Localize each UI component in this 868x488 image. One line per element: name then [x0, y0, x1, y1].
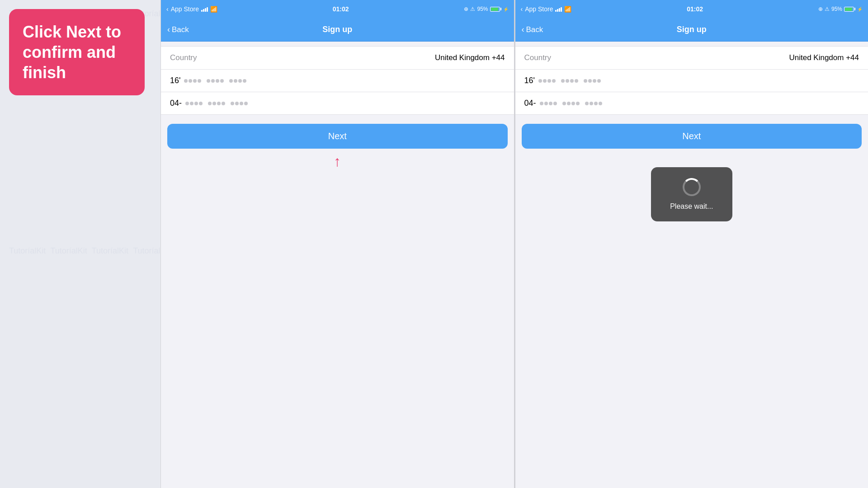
field1-right[interactable]: 16': [515, 70, 868, 92]
wifi-icon-left: 📶: [210, 6, 217, 13]
field2-left[interactable]: 04-: [161, 92, 514, 115]
dot: [570, 79, 574, 83]
time-right: 01:02: [687, 5, 703, 13]
dot: [571, 102, 575, 105]
back-chevron-icon-right: ‹: [522, 25, 524, 34]
signal-bars-left: [201, 6, 208, 12]
spinner-icon: [683, 178, 701, 196]
dot: [553, 102, 557, 105]
dot: [235, 102, 239, 105]
field2-prefix-left: 04-: [170, 99, 182, 108]
field2-right[interactable]: 04-: [515, 92, 868, 115]
dot: [199, 102, 203, 105]
battery-icon-left: [490, 7, 501, 12]
country-value-left: United Kingdom +44: [435, 53, 505, 62]
field1-dots-right: [538, 79, 601, 83]
instruction-box: Click Next to confirm and finish: [9, 9, 145, 95]
back-label-left: Back: [172, 25, 189, 34]
next-button-left[interactable]: Next: [167, 124, 508, 149]
dot: [194, 102, 198, 105]
dot-sep: [203, 79, 205, 83]
country-row-right: Country United Kingdom +44: [515, 46, 868, 70]
battery-pct-right: 95%: [831, 6, 842, 12]
location-icon-right: ⊕: [818, 6, 823, 12]
dot: [238, 79, 242, 83]
status-bar-left-section: ‹ App Store 📶: [166, 5, 217, 13]
dot: [547, 79, 551, 83]
field2-prefix-right: 04-: [524, 99, 536, 108]
dot: [212, 102, 216, 105]
field1-prefix-left: 16': [170, 76, 180, 85]
wifi-icon-right: 📶: [564, 6, 571, 13]
signal-bar-3: [205, 8, 206, 12]
country-value-right: United Kingdom +44: [789, 53, 859, 62]
signal-bar-r2: [557, 9, 558, 12]
phone-right: ‹ App Store 📶 01:02 ⊕ ⚠ 95%: [515, 0, 868, 488]
dot-sep: [225, 79, 228, 83]
dot-sep: [580, 79, 582, 83]
dot: [588, 79, 592, 83]
signal-bar-1: [201, 10, 203, 12]
loading-text: Please wait...: [670, 202, 713, 211]
signal-bar-r4: [561, 7, 562, 12]
alarm-icon-left: ⚠: [470, 6, 475, 12]
battery-pct-left: 95%: [477, 6, 488, 12]
dot: [189, 79, 192, 83]
dot: [198, 79, 201, 83]
field2-dots-left: [185, 102, 248, 105]
arrow-indicator: ↑: [161, 154, 514, 169]
dot: [207, 79, 210, 83]
dot: [585, 102, 589, 105]
back-button-left[interactable]: ‹ Back: [167, 25, 189, 34]
dot: [185, 102, 189, 105]
signal-bar-r1: [555, 10, 557, 12]
dot: [552, 79, 556, 83]
dot: [184, 79, 188, 83]
app-store-label-right: App Store: [525, 5, 553, 13]
nav-title-right: Sign up: [677, 25, 707, 34]
app-store-chevron-icon-right: ‹: [521, 5, 523, 13]
dot: [216, 79, 219, 83]
dot: [234, 79, 237, 83]
back-label-right: Back: [526, 25, 543, 34]
up-arrow-icon: ↑: [334, 154, 341, 169]
charging-icon-left: ⚡: [503, 7, 509, 12]
status-bar-right-section-left: ⊕ ⚠ 95% ⚡: [464, 6, 508, 12]
dot: [217, 102, 221, 105]
dot: [538, 79, 542, 83]
status-bar-right-left-section: ‹ App Store 📶: [521, 5, 572, 13]
dot: [594, 102, 598, 105]
phones-container: ‹ App Store 📶 01:02 ⊕ ⚠ 95%: [160, 0, 868, 488]
dot: [222, 102, 225, 105]
alarm-icon-right: ⚠: [825, 6, 830, 12]
back-chevron-icon-left: ‹: [167, 25, 170, 34]
dot: [566, 79, 569, 83]
dot: [231, 102, 234, 105]
dot: [190, 102, 193, 105]
dot-sep: [557, 79, 560, 83]
dot: [543, 79, 547, 83]
next-button-right[interactable]: Next: [522, 124, 862, 149]
dot: [567, 102, 571, 105]
nav-bar-right: ‹ Back Sign up: [515, 18, 868, 42]
dot: [244, 102, 248, 105]
signal-bars-right: [555, 6, 562, 12]
dot: [208, 102, 212, 105]
back-button-right[interactable]: ‹ Back: [522, 25, 543, 34]
dot: [211, 79, 215, 83]
nav-title-left: Sign up: [322, 25, 352, 34]
status-bar-left: ‹ App Store 📶 01:02 ⊕ ⚠ 95%: [161, 0, 514, 18]
dot-sep: [581, 102, 584, 105]
dot: [561, 79, 565, 83]
app-store-label-left: App Store: [171, 5, 199, 13]
dot: [584, 79, 587, 83]
dot-sep: [226, 102, 229, 105]
dot: [243, 79, 246, 83]
country-label-right: Country: [524, 53, 552, 62]
dot: [575, 79, 578, 83]
dot: [593, 79, 596, 83]
dot: [229, 79, 233, 83]
field1-left[interactable]: 16': [161, 70, 514, 92]
dot: [549, 102, 552, 105]
dot: [193, 79, 197, 83]
